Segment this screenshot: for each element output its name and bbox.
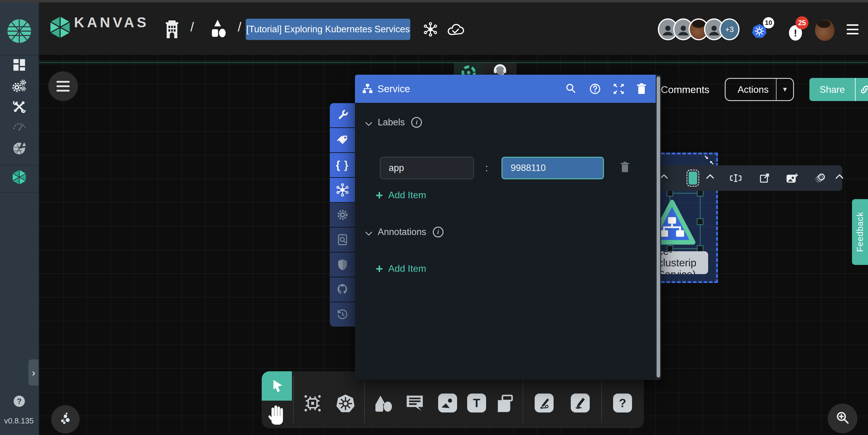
style-options-icon[interactable] [706, 174, 714, 182]
avatar-overflow-count[interactable]: +3 [719, 18, 740, 40]
gear-icon [336, 208, 349, 221]
resize-text-icon[interactable] [730, 172, 742, 184]
resize-handle[interactable] [697, 219, 704, 225]
text-tool-glyph: T [473, 397, 480, 410]
tab-labels[interactable] [330, 128, 355, 152]
history-clock-icon [336, 308, 349, 321]
info-icon[interactable]: i [411, 117, 422, 128]
comments-button[interactable]: Comments [661, 84, 709, 95]
tab-settings-wrench[interactable] [330, 103, 355, 127]
comment-tool[interactable] [405, 394, 424, 412]
collapse-selection-icon[interactable] [704, 155, 714, 165]
labels-section-label: Labels [378, 117, 405, 128]
plus-icon: + [376, 264, 383, 273]
meshery-logo-icon[interactable] [7, 18, 32, 44]
sidebar-item-dashboard[interactable] [12, 58, 26, 72]
tab-history[interactable] [330, 302, 355, 326]
component-chip-tool[interactable] [303, 394, 322, 413]
sidebar-item-configuration[interactable] [12, 99, 26, 114]
modal-header[interactable]: Service [355, 75, 656, 103]
feedback-tab[interactable]: Feedback [852, 199, 868, 265]
resize-handle[interactable] [697, 245, 704, 252]
sidebar-item-extensions[interactable] [12, 142, 27, 156]
tab-gear[interactable] [330, 203, 355, 227]
canvas-menu-button[interactable] [48, 71, 78, 101]
tab-json-braces[interactable]: { } [330, 153, 355, 177]
pen-tool[interactable] [535, 394, 554, 412]
tab-network[interactable] [330, 178, 355, 202]
headset-person-icon [491, 63, 509, 76]
kanvas-logo-icon[interactable] [50, 16, 71, 39]
node-label-line2: Service) [658, 268, 708, 274]
organization-icon[interactable] [163, 19, 181, 39]
annotations-section-label: Annotations [378, 227, 426, 237]
share-label: Share [819, 84, 845, 95]
sidebar-expand-button[interactable]: › [28, 359, 39, 385]
add-item-label: Add Item [389, 263, 426, 274]
add-image-icon[interactable] [785, 172, 798, 184]
info-icon[interactable]: i [433, 227, 443, 237]
sticky-note-tool[interactable] [496, 395, 515, 412]
sidebar-help-button[interactable]: ? [13, 396, 25, 407]
resize-handle[interactable] [697, 190, 704, 197]
fullscreen-icon[interactable] [613, 83, 625, 95]
delete-row-icon[interactable] [619, 161, 630, 174]
help-tool[interactable]: ? [613, 394, 632, 412]
doc-search-icon [336, 233, 349, 246]
header-menu-button[interactable] [847, 24, 859, 34]
user-avatar[interactable] [815, 20, 835, 41]
cloud-sync-icon[interactable] [447, 22, 464, 37]
delete-icon[interactable] [636, 83, 647, 95]
sidebar-item-performance[interactable] [11, 119, 27, 132]
merge-design-icon[interactable] [423, 21, 438, 37]
tab-inspect-doc[interactable] [330, 228, 355, 252]
text-tool[interactable]: T [467, 394, 486, 412]
kubernetes-tool[interactable] [335, 394, 356, 414]
media-tool[interactable] [438, 394, 457, 412]
chevron-down-icon [365, 119, 372, 126]
labels-section-header[interactable]: Labels i [366, 117, 422, 128]
open-in-new-icon[interactable] [759, 172, 770, 184]
plus-icon: + [376, 191, 383, 200]
shape-style-swatch[interactable] [689, 172, 698, 184]
design-title-input[interactable]: [Tutorial] Exploring Kubernetes Services [246, 19, 410, 40]
chevron-down-icon [365, 229, 372, 236]
sidebar-item-lifecycle[interactable] [11, 79, 27, 92]
resize-handle[interactable] [667, 190, 673, 197]
select-tool-button[interactable] [262, 371, 292, 401]
label-value-input[interactable]: 9988110 [501, 157, 604, 179]
pan-tool-button[interactable] [267, 403, 286, 425]
chevron-right-icon: › [32, 367, 35, 378]
layers-icon[interactable] [813, 172, 826, 184]
zoom-in-icon [835, 411, 850, 426]
shield-icon [336, 258, 349, 271]
annotations-section-header[interactable]: Annotations i [366, 227, 443, 237]
brand-name: KANVAS [74, 14, 149, 31]
modal-scrollbar-track[interactable] [656, 75, 661, 380]
cursor-icon [269, 378, 284, 394]
actions-caret-icon[interactable]: ▼ [777, 86, 793, 93]
pencil-tool[interactable] [571, 394, 590, 412]
zoom-button[interactable] [828, 404, 857, 433]
shapes-tool[interactable] [374, 395, 393, 413]
breadcrumb-separator: / [238, 20, 241, 34]
kanvas-hexagon-icon [12, 169, 27, 185]
annotations-add-item-button[interactable]: + Add Item [376, 263, 426, 274]
modal-scrollbar-thumb[interactable] [657, 77, 660, 378]
tab-security-shield[interactable] [330, 253, 355, 277]
help-icon[interactable] [589, 83, 601, 95]
sidebar-item-kanvas[interactable] [12, 169, 27, 185]
copy-link-icon[interactable] [856, 84, 868, 94]
search-icon[interactable] [564, 83, 577, 95]
tab-github[interactable] [330, 278, 355, 302]
label-key-input[interactable]: app [380, 157, 474, 179]
labels-add-item-button[interactable]: + Add Item [376, 190, 426, 201]
network-hub-icon [336, 183, 349, 197]
designs-icon[interactable] [208, 18, 227, 39]
app-sidebar: › ? v0.8.135 [0, 0, 39, 435]
share-button[interactable]: Share [809, 78, 868, 101]
add-item-label: Add Item [389, 190, 426, 201]
layout-graph-button[interactable] [51, 405, 80, 434]
actions-button[interactable]: Actions ▼ [725, 78, 794, 101]
service-hierarchy-icon [362, 83, 373, 95]
